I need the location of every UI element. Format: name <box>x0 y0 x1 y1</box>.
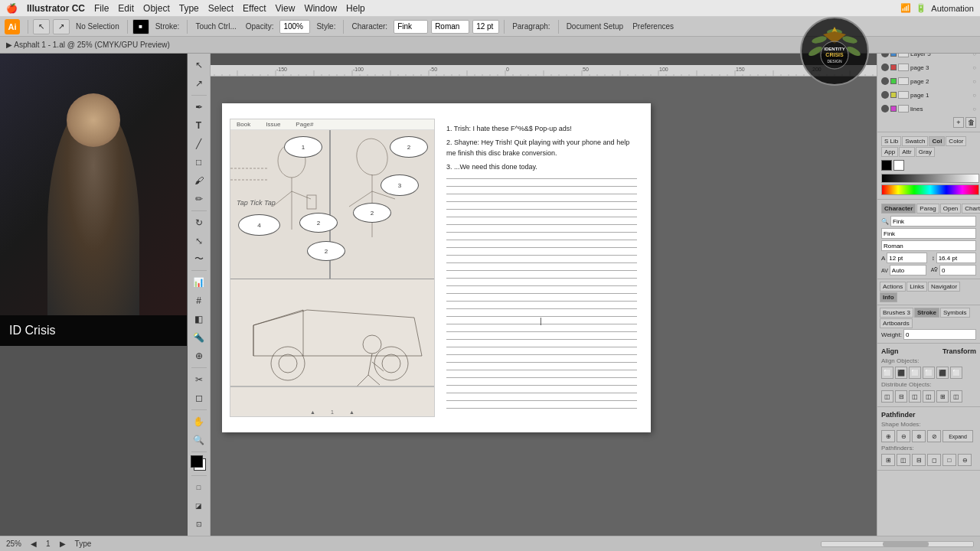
align-bottom-btn[interactable]: ⬜ <box>950 367 962 379</box>
info-tab-links[interactable]: Links <box>906 282 927 292</box>
rotate-tool[interactable]: ↻ <box>191 214 207 231</box>
menu-help[interactable]: Help <box>346 3 365 14</box>
dist-center-v-btn[interactable]: ⊞ <box>936 390 949 403</box>
canvas-area[interactable]: Book Issue Page# 1 2 3 4 2 2 2 Tap Tick … <box>199 65 877 536</box>
page-nav-next[interactable]: ▶ <box>60 540 66 548</box>
menu-window[interactable]: Window <box>304 3 337 14</box>
align-left-btn[interactable]: ⬜ <box>881 367 893 379</box>
layer-item-page2[interactable]: page 2 ○ <box>880 74 978 88</box>
menu-type[interactable]: Type <box>179 3 199 14</box>
align-top-btn[interactable]: ⬜ <box>923 367 935 379</box>
color-gradient-bar[interactable] <box>881 174 979 183</box>
menu-edit[interactable]: Edit <box>118 3 134 14</box>
menu-file[interactable]: File <box>94 3 109 14</box>
color-spectrum-bar[interactable] <box>881 184 979 195</box>
slice-tool[interactable]: ✂ <box>191 371 207 388</box>
white-swatch[interactable] <box>893 160 904 171</box>
info-tab-actions[interactable]: Actions <box>880 282 906 292</box>
tracking-field[interactable] <box>939 265 976 276</box>
char-tab-open[interactable]: Open <box>940 204 962 214</box>
warp-tool[interactable]: 〜 <box>191 251 207 268</box>
brush-tab-brushes[interactable]: Brushes 3 <box>880 308 913 318</box>
normal-mode-btn[interactable]: □ <box>191 479 207 496</box>
align-right-btn[interactable]: ⬜ <box>909 367 921 379</box>
menu-effect[interactable]: Effect <box>243 3 266 14</box>
preferences-btn[interactable]: Preferences <box>629 22 677 31</box>
info-tab-info[interactable]: Info <box>880 292 897 302</box>
color-tab-col[interactable]: Col <box>929 136 945 146</box>
divide-btn[interactable]: ⊞ <box>881 454 895 466</box>
menu-view[interactable]: View <box>276 3 296 14</box>
crop-btn[interactable]: ◻ <box>927 454 941 466</box>
color-tab-color[interactable]: Color <box>946 136 966 146</box>
eraser-tool[interactable]: ◻ <box>191 390 207 406</box>
expand-btn[interactable]: Expand <box>942 430 973 442</box>
eyedropper-tool[interactable]: 🔦 <box>191 329 207 346</box>
stroke-color-swatch[interactable] <box>191 455 203 468</box>
unite-btn[interactable]: ⊕ <box>881 430 895 442</box>
dist-top-btn[interactable]: ◫ <box>923 390 935 403</box>
color-tab-gray[interactable]: Gray <box>916 147 935 157</box>
layer-eye-page2[interactable] <box>881 77 889 85</box>
line-tool[interactable]: ╱ <box>191 135 207 152</box>
font-search-input[interactable] <box>890 216 976 227</box>
paintbrush-tool[interactable]: 🖌 <box>191 172 207 189</box>
exclude-btn[interactable]: ⊘ <box>927 430 941 442</box>
font-size-field[interactable] <box>887 253 926 263</box>
select-tool-btn2[interactable]: ↗ <box>53 19 70 34</box>
apple-menu[interactable]: 🍎 <box>6 3 18 14</box>
align-center-v-btn[interactable]: ⬛ <box>936 367 949 379</box>
delete-layer-btn[interactable]: 🗑 <box>965 117 976 128</box>
pen-tool[interactable]: ✒ <box>191 99 207 116</box>
mesh-tool[interactable]: # <box>191 292 207 309</box>
trim-btn[interactable]: ◫ <box>897 454 910 466</box>
direct-select-tool[interactable]: ↗ <box>191 75 207 92</box>
minus-back-btn[interactable]: ⊖ <box>958 454 972 466</box>
minus-front-btn[interactable]: ⊖ <box>897 430 910 442</box>
menu-select[interactable]: Select <box>208 3 234 14</box>
layer-eye-page1[interactable] <box>881 91 889 99</box>
weight-input[interactable] <box>903 329 976 340</box>
font-style-field[interactable] <box>881 240 976 251</box>
dist-center-h-btn[interactable]: ⊟ <box>895 390 907 403</box>
dist-right-btn[interactable]: ◫ <box>909 390 921 403</box>
leading-field[interactable] <box>936 253 976 263</box>
char-tab-character[interactable]: Character <box>881 204 916 214</box>
blend-tool[interactable]: ⊕ <box>191 347 207 364</box>
intersect-btn[interactable]: ⊗ <box>912 430 926 442</box>
align-center-h-btn[interactable]: ⬛ <box>895 367 907 379</box>
color-tab-attr[interactable]: Attr <box>899 147 914 157</box>
info-tab-navigator[interactable]: Navigator <box>928 282 960 292</box>
select-tool-btn[interactable]: ↖ <box>33 19 50 34</box>
color-tab-swatch[interactable]: Swatch <box>902 136 928 146</box>
scale-tool[interactable]: ⤡ <box>191 233 207 249</box>
fill-swatch[interactable]: ■ <box>132 19 149 34</box>
merge-btn[interactable]: ⊟ <box>912 454 926 466</box>
dist-left-btn[interactable]: ◫ <box>881 390 893 403</box>
draw-mode-btn[interactable]: ◪ <box>191 497 207 514</box>
color-tab-slib[interactable]: S Lib <box>881 136 901 146</box>
doc-setup-btn[interactable]: Document Setup <box>564 22 627 31</box>
layer-item-page1[interactable]: page 1 ○ <box>880 88 978 102</box>
graph-tool[interactable]: 📊 <box>191 274 207 291</box>
page-nav-prev[interactable]: ◀ <box>31 540 37 548</box>
screen-mode-btn[interactable]: ⊡ <box>191 516 207 533</box>
scroll-bar[interactable] <box>821 541 974 547</box>
brush-tab-artboards[interactable]: Artboards <box>880 318 913 328</box>
char-tab-parag[interactable]: Parag <box>916 204 939 214</box>
kern-field[interactable] <box>890 265 926 276</box>
brush-tab-symbols[interactable]: Symbols <box>940 308 970 318</box>
shape-tool[interactable]: □ <box>191 154 207 171</box>
layer-eye-lines[interactable] <box>881 105 889 112</box>
dist-bottom-btn[interactable]: ◫ <box>950 390 962 403</box>
outline-btn[interactable]: □ <box>942 454 956 466</box>
font-name-field[interactable] <box>881 228 976 239</box>
layer-item-page3[interactable]: page 3 ○ <box>880 60 978 74</box>
color-tab-app[interactable]: App <box>881 147 898 157</box>
gradient-tool[interactable]: ◧ <box>191 311 207 328</box>
add-layer-btn[interactable]: + <box>953 117 964 128</box>
brush-tab-stroke[interactable]: Stroke <box>914 308 939 318</box>
zoom-tool[interactable]: 🔍 <box>191 432 207 448</box>
font-size-input[interactable] <box>472 20 499 34</box>
opacity-input[interactable] <box>279 20 310 34</box>
